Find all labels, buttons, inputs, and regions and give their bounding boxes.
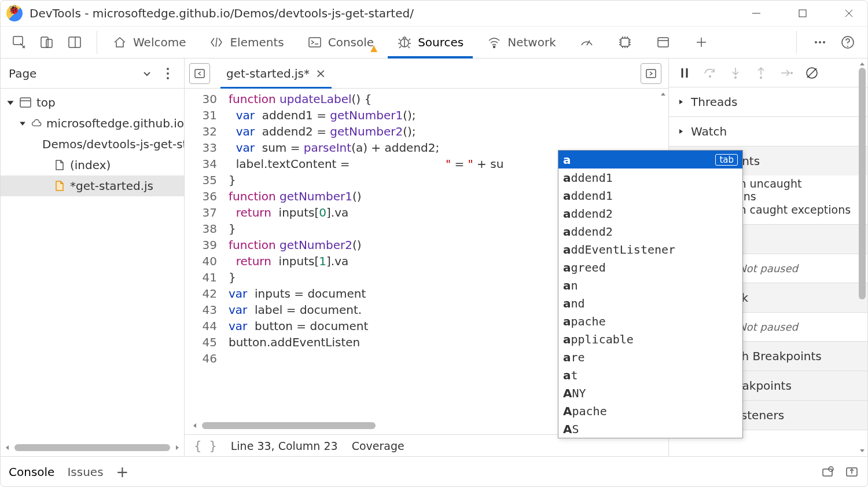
more-menu-icon[interactable]	[810, 32, 830, 53]
scroll-up-icon	[660, 91, 667, 98]
close-tab-icon[interactable]: ×	[315, 66, 326, 80]
device-toolbar-icon[interactable]	[36, 32, 57, 53]
autocomplete-item[interactable]: addEventListener	[558, 240, 742, 258]
autocomplete-item[interactable]: an	[558, 276, 742, 294]
section-watch[interactable]: Watch	[669, 117, 867, 146]
svg-line-38	[807, 68, 816, 78]
inspect-element-icon[interactable]	[9, 32, 30, 53]
tab-elements-label: Elements	[230, 35, 284, 49]
scroll-down-icon	[859, 447, 866, 454]
window-maximize-button[interactable]	[790, 1, 815, 26]
js-file-icon	[53, 180, 65, 192]
navigator-dropdown[interactable]: Page	[9, 67, 141, 80]
svg-rect-9	[309, 38, 321, 47]
autocomplete-item[interactable]: addend1	[558, 186, 742, 204]
devtools-toolbar: Welcome Elements Console Sources Network	[1, 26, 867, 58]
pause-icon[interactable]	[677, 65, 692, 80]
tab-memory[interactable]	[606, 27, 644, 58]
editor-panel: get-started.js* × 3031323334353637383940…	[185, 58, 668, 456]
plus-icon	[694, 35, 709, 50]
navigator-more-icon[interactable]	[160, 65, 176, 82]
step-out-icon[interactable]	[753, 65, 768, 80]
code-editor[interactable]: 3031323334353637383940414243444546 funct…	[185, 89, 668, 420]
coverage-label: Coverage	[352, 440, 404, 452]
step-icon[interactable]	[779, 65, 794, 80]
tab-network[interactable]: Network	[475, 27, 568, 58]
svg-point-20	[819, 41, 821, 43]
autocomplete-item[interactable]: addend1	[558, 169, 742, 186]
editor-tab-label: get-started.js*	[226, 67, 310, 80]
svg-point-23	[847, 46, 848, 47]
drawer-add-tab[interactable]: +	[116, 463, 129, 481]
tree-node-folder[interactable]: Demos/devtools-js-get-started	[1, 134, 184, 155]
dock-icon[interactable]	[64, 32, 85, 53]
autocomplete-item[interactable]: AS	[558, 420, 742, 438]
line-gutter: 3031323334353637383940414243444546	[185, 89, 223, 420]
scroll-thumb[interactable]	[14, 444, 170, 451]
autocomplete-item[interactable]: agreed	[558, 258, 742, 276]
deactivate-breakpoints-icon[interactable]	[804, 65, 819, 80]
tab-network-label: Network	[507, 35, 556, 49]
step-over-icon[interactable]	[703, 65, 718, 80]
hide-navigator-button[interactable]	[189, 63, 210, 84]
issues-badge-icon[interactable]	[820, 464, 835, 479]
help-icon[interactable]	[837, 32, 858, 53]
app-icon	[656, 35, 671, 50]
autocomplete-item[interactable]: are	[558, 348, 742, 366]
cloud-icon	[31, 117, 42, 130]
window-close-button[interactable]	[836, 1, 862, 26]
tab-elements[interactable]: Elements	[197, 27, 295, 58]
autocomplete-item[interactable]: apache	[558, 312, 742, 330]
tree-node-domain[interactable]: microsoftedge.github.io	[1, 113, 184, 134]
tab-welcome[interactable]: Welcome	[101, 27, 197, 58]
svg-rect-26	[195, 69, 204, 78]
autocomplete-item[interactable]: atab	[558, 151, 742, 169]
svg-point-30	[709, 75, 711, 78]
scroll-up-icon	[859, 61, 866, 68]
tab-performance[interactable]	[568, 27, 606, 58]
hide-debugger-button[interactable]	[641, 63, 661, 84]
svg-point-12	[494, 46, 495, 48]
expand-icon	[677, 98, 685, 106]
tree-node-top[interactable]: top	[1, 92, 184, 113]
tab-console[interactable]: Console	[296, 27, 385, 58]
brackets-icon[interactable]: { }	[194, 438, 217, 453]
tab-sources[interactable]: Sources	[385, 27, 475, 58]
section-threads[interactable]: Threads	[669, 87, 867, 116]
tree-node-index[interactable]: (index)	[1, 155, 184, 175]
tab-sources-label: Sources	[418, 35, 464, 49]
scroll-right-icon	[174, 444, 181, 451]
autocomplete-item[interactable]: at	[558, 366, 742, 384]
autocomplete-item[interactable]: Apache	[558, 402, 742, 420]
window-minimize-button[interactable]	[744, 1, 769, 26]
scroll-thumb[interactable]	[202, 422, 376, 429]
svg-rect-27	[646, 69, 656, 78]
tree-node-selected-file[interactable]: *get-started.js	[1, 175, 184, 196]
chip-icon	[617, 35, 632, 50]
gauge-icon	[579, 35, 594, 50]
autocomplete-item[interactable]: and	[558, 294, 742, 312]
tab-add[interactable]	[682, 27, 720, 58]
autocomplete-item[interactable]: addend2	[558, 204, 742, 222]
svg-rect-4	[13, 36, 23, 45]
collapse-icon	[19, 119, 26, 127]
autocomplete-popup[interactable]: atabaddend1addend1addend2addend2addEvent…	[558, 150, 743, 438]
expand-drawer-icon[interactable]	[844, 464, 859, 479]
autocomplete-item[interactable]: ANY	[558, 384, 742, 402]
debugger-v-scrollbar[interactable]	[858, 61, 866, 454]
editor-tab[interactable]: get-started.js* ×	[220, 58, 332, 88]
scroll-left-icon	[4, 444, 11, 451]
svg-point-36	[790, 72, 793, 74]
drawer-tab-console[interactable]: Console	[9, 465, 54, 479]
navigator-h-scrollbar[interactable]	[1, 442, 184, 453]
cursor-position: Line 33, Column 23	[231, 440, 338, 452]
tab-welcome-label: Welcome	[133, 35, 186, 49]
tab-application[interactable]	[644, 27, 682, 58]
chevron-down-icon[interactable]	[141, 68, 153, 79]
autocomplete-item[interactable]: addend2	[558, 222, 742, 240]
scroll-thumb[interactable]	[859, 68, 866, 299]
tab-console-label: Console	[328, 35, 374, 49]
drawer-tab-issues[interactable]: Issues	[67, 465, 103, 479]
autocomplete-item[interactable]: applicable	[558, 330, 742, 348]
step-into-icon[interactable]	[728, 65, 743, 80]
